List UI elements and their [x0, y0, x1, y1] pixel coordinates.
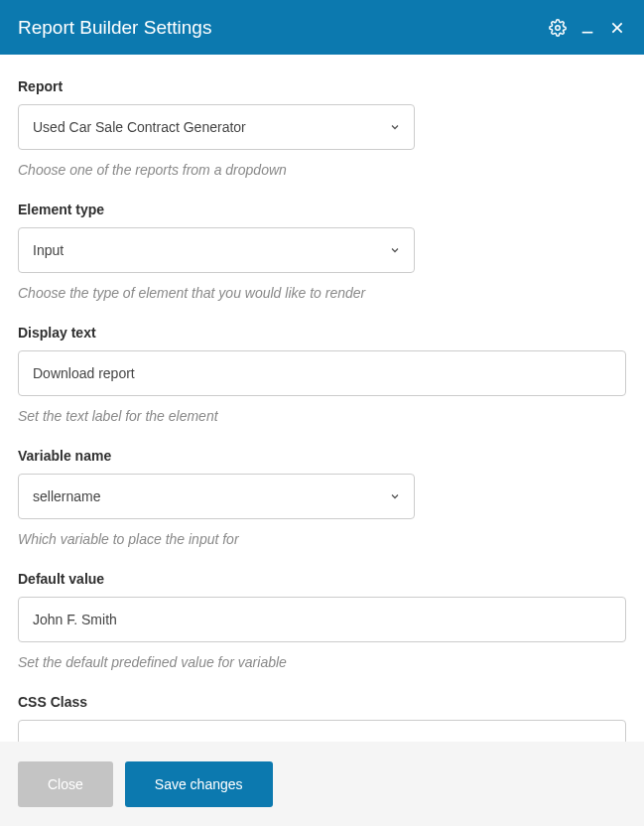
- display-text-input[interactable]: [18, 350, 626, 396]
- field-default-value: Default value Set the default predefined…: [18, 571, 626, 670]
- field-variable-name: Variable name sellername Which variable …: [18, 448, 415, 547]
- header-actions: [549, 19, 626, 37]
- element-type-select[interactable]: Input: [18, 227, 415, 273]
- element-type-help: Choose the type of element that you woul…: [18, 285, 415, 301]
- dialog-header: Report Builder Settings: [0, 0, 644, 55]
- display-text-help: Set the text label for the element: [18, 408, 626, 424]
- field-css-class: CSS Class Define a CSS class if you want: [18, 694, 626, 742]
- element-type-label: Element type: [18, 202, 415, 217]
- field-display-text: Display text Set the text label for the …: [18, 325, 626, 424]
- dialog-footer: Close Save changes: [0, 742, 644, 826]
- close-button[interactable]: Close: [18, 761, 113, 807]
- element-type-select-wrapper: Input: [18, 227, 415, 273]
- field-element-type: Element type Input Choose the type of el…: [18, 202, 415, 301]
- display-text-label: Display text: [18, 325, 626, 341]
- dialog-title: Report Builder Settings: [18, 17, 211, 39]
- report-label: Report: [18, 78, 415, 94]
- minimize-icon[interactable]: [579, 19, 596, 37]
- report-select-wrapper: Used Car Sale Contract Generator: [18, 104, 415, 150]
- field-report: Report Used Car Sale Contract Generator …: [18, 78, 415, 178]
- gear-icon[interactable]: [549, 19, 567, 37]
- variable-name-label: Variable name: [18, 448, 415, 464]
- close-icon[interactable]: [608, 19, 626, 37]
- variable-name-select-wrapper: sellername: [18, 474, 415, 519]
- save-button[interactable]: Save changes: [125, 761, 273, 807]
- default-value-help: Set the default predefined value for var…: [18, 654, 626, 670]
- svg-point-0: [556, 25, 561, 30]
- default-value-input[interactable]: [18, 597, 626, 642]
- css-class-label: CSS Class: [18, 694, 626, 710]
- variable-name-select[interactable]: sellername: [18, 474, 415, 519]
- report-select[interactable]: Used Car Sale Contract Generator: [18, 104, 415, 150]
- variable-name-help: Which variable to place the input for: [18, 531, 415, 547]
- css-class-input[interactable]: [18, 720, 626, 742]
- dialog-content: Report Used Car Sale Contract Generator …: [0, 55, 644, 742]
- default-value-label: Default value: [18, 571, 626, 587]
- report-help: Choose one of the reports from a dropdow…: [18, 162, 415, 178]
